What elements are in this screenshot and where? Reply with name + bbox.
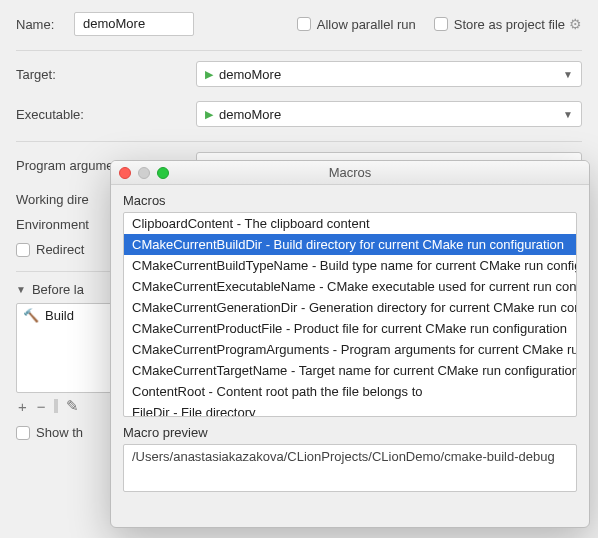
macro-item[interactable]: CMakeCurrentBuildDir - Build directory f… (124, 234, 576, 255)
show-page-label: Show th (36, 425, 83, 440)
separator (16, 50, 582, 51)
executable-value: demoMore (219, 107, 281, 122)
redirect-checkbox[interactable]: Redirect (16, 242, 84, 257)
executable-label: Executable: (16, 107, 146, 122)
play-icon: ▶ (205, 68, 213, 81)
titlebar[interactable]: Macros (111, 161, 589, 185)
checkbox-box-icon (434, 17, 448, 31)
executable-dropdown[interactable]: ▶ demoMore ▼ (196, 101, 582, 127)
checkbox-box-icon (16, 426, 30, 440)
zoom-icon[interactable] (157, 167, 169, 179)
show-page-checkbox[interactable]: Show th (16, 425, 83, 440)
working-dir-label: Working dire (16, 192, 89, 207)
target-label: Target: (16, 67, 146, 82)
chevron-down-icon: ▼ (563, 109, 573, 120)
checkbox-box-icon (297, 17, 311, 31)
macro-item[interactable]: CMakeCurrentBuildTypeName - Build type n… (124, 255, 576, 276)
macro-preview: /Users/anastasiakazakova/CLionProjects/C… (123, 444, 577, 492)
macros-window: Macros Macros ClipboardContent - The cli… (110, 160, 590, 528)
store-project-checkbox[interactable]: Store as project file (434, 17, 565, 32)
close-icon[interactable] (119, 167, 131, 179)
hammer-icon: 🔨 (23, 308, 39, 323)
chevron-down-icon: ▼ (563, 69, 573, 80)
redirect-label: Redirect (36, 242, 84, 257)
target-value: demoMore (219, 67, 281, 82)
build-item-label: Build (45, 308, 74, 323)
macro-item[interactable]: FileDir - File directory (124, 402, 576, 417)
allow-parallel-label: Allow parallel run (317, 17, 416, 32)
macro-item[interactable]: CMakeCurrentTargetName - Target name for… (124, 360, 576, 381)
macro-item[interactable]: CMakeCurrentProgramArguments - Program a… (124, 339, 576, 360)
store-project-label: Store as project file (454, 17, 565, 32)
macro-item[interactable]: CMakeCurrentExecutableName - CMake execu… (124, 276, 576, 297)
name-label: Name: (16, 17, 74, 32)
separator (16, 141, 582, 142)
macros-list[interactable]: ClipboardContent - The clipboard content… (123, 212, 577, 417)
macros-list-label: Macros (123, 193, 577, 208)
gear-icon[interactable]: ⚙ (569, 16, 582, 32)
target-dropdown[interactable]: ▶ demoMore ▼ (196, 61, 582, 87)
macro-item[interactable]: CMakeCurrentGenerationDir - Generation d… (124, 297, 576, 318)
chevron-down-icon: ▼ (16, 284, 26, 295)
add-button[interactable]: + (16, 398, 29, 415)
minimize-icon[interactable] (138, 167, 150, 179)
edit-button[interactable]: ✎ (64, 397, 81, 415)
macro-preview-label: Macro preview (123, 425, 577, 440)
allow-parallel-checkbox[interactable]: Allow parallel run (297, 17, 416, 32)
name-input[interactable]: demoMore (74, 12, 194, 36)
checkbox-box-icon (16, 243, 30, 257)
separator (54, 399, 58, 413)
macro-item[interactable]: ClipboardContent - The clipboard content (124, 213, 576, 234)
env-label: Environment (16, 217, 89, 232)
macro-item[interactable]: CMakeCurrentProductFile - Product file f… (124, 318, 576, 339)
play-icon: ▶ (205, 108, 213, 121)
before-launch-label: Before la (32, 282, 84, 297)
window-title: Macros (111, 165, 589, 180)
remove-button[interactable]: − (35, 398, 48, 415)
macro-item[interactable]: ContentRoot - Content root path the file… (124, 381, 576, 402)
